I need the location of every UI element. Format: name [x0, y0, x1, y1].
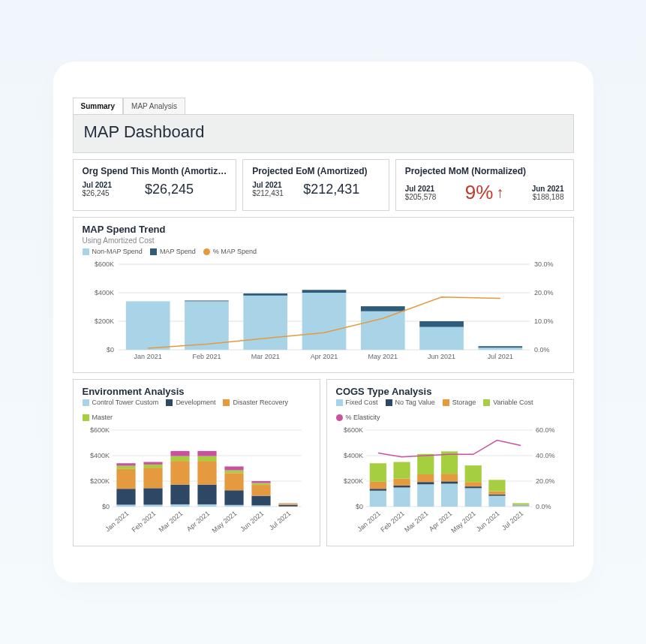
- swatch-icon: [83, 248, 89, 255]
- svg-rect-12: [125, 301, 170, 350]
- svg-rect-49: [143, 468, 162, 488]
- kpi-right-value: $188,188: [503, 193, 563, 201]
- svg-rect-68: [224, 471, 243, 474]
- svg-rect-79: [278, 504, 297, 505]
- legend-dev: Development: [166, 399, 215, 406]
- svg-text:60.0%: 60.0%: [536, 426, 555, 434]
- kpi-projected-eom: Projected EoM (Amortized) Jul 2021 $212,…: [242, 159, 389, 211]
- svg-text:Apr 2021: Apr 2021: [185, 510, 210, 533]
- svg-rect-108: [417, 454, 434, 474]
- legend-ct: Control Tower Custom: [83, 399, 159, 406]
- kpi-change-value: 9%: [465, 181, 494, 204]
- panel-legend: Control Tower Custom Development Disaste…: [83, 399, 311, 421]
- panel-title: MAP Spend Trend: [83, 224, 564, 235]
- svg-rect-121: [488, 495, 505, 496]
- kpi-period: Jul 2021: [252, 181, 284, 189]
- svg-rect-47: [143, 504, 162, 507]
- legend-notag: No Tag Value: [386, 399, 435, 406]
- svg-rect-78: [278, 505, 297, 507]
- svg-text:Mar 2021: Mar 2021: [251, 353, 279, 360]
- svg-rect-24: [360, 311, 404, 350]
- chart-cogs-type-analysis: $0$200K$400K$600K0.0%20.0%40.0%60.0%Jan …: [336, 426, 564, 538]
- kpi-org-spend: Org Spend This Month (Amortiz… Jul 2021 …: [73, 159, 237, 211]
- panel-cogs-type-analysis: COGS Type Analysis Fixed Cost No Tag Val…: [326, 379, 574, 546]
- swatch-icon: [83, 414, 89, 421]
- svg-rect-98: [369, 463, 386, 482]
- swatch-icon: [203, 248, 210, 255]
- svg-text:Jan 2021: Jan 2021: [104, 510, 130, 533]
- svg-rect-110: [440, 483, 457, 507]
- chart-map-spend-trend: $0$200K$400K$600K0.0%10.0%20.0%30.0%Jan …: [83, 260, 564, 365]
- svg-rect-43: [116, 469, 135, 489]
- kpi-title: Org Spend This Month (Amortiz…: [83, 166, 227, 176]
- svg-text:Feb 2021: Feb 2021: [130, 510, 157, 534]
- svg-text:30.0%: 30.0%: [534, 260, 554, 268]
- kpi-right-period: Jun 2021: [503, 185, 563, 193]
- svg-rect-67: [224, 473, 243, 490]
- svg-text:$600K: $600K: [94, 260, 113, 268]
- swatch-icon: [83, 399, 89, 406]
- svg-rect-111: [440, 481, 457, 483]
- svg-rect-65: [224, 505, 243, 507]
- svg-rect-120: [488, 496, 505, 507]
- svg-text:Jun 2021: Jun 2021: [428, 353, 455, 360]
- svg-text:May 2021: May 2021: [368, 353, 398, 360]
- panel-subtitle: Using Amortized Cost: [83, 236, 564, 245]
- svg-rect-116: [464, 486, 481, 488]
- svg-rect-106: [417, 482, 434, 484]
- svg-rect-28: [419, 321, 464, 327]
- dashboard-header: MAP Dashboard: [73, 114, 574, 153]
- svg-text:Jan 2021: Jan 2021: [134, 353, 161, 360]
- svg-text:$400K: $400K: [89, 452, 109, 459]
- svg-text:Apr 2021: Apr 2021: [310, 353, 338, 360]
- svg-text:10.0%: 10.0%: [534, 317, 554, 325]
- svg-rect-117: [464, 482, 481, 486]
- svg-rect-42: [116, 489, 135, 504]
- page-title: MAP Dashboard: [84, 122, 563, 142]
- kpi-value-small: $212,431: [252, 189, 284, 197]
- dashboard-frame: Summary MAP Analysis MAP Dashboard Org S…: [53, 62, 593, 582]
- tab-map-analysis[interactable]: MAP Analysis: [123, 98, 185, 114]
- swatch-icon: [483, 399, 490, 406]
- svg-text:0.0%: 0.0%: [534, 346, 550, 354]
- svg-rect-115: [464, 488, 481, 507]
- svg-text:Jun 2021: Jun 2021: [239, 510, 265, 533]
- svg-rect-51: [143, 462, 162, 465]
- svg-text:Jan 2021: Jan 2021: [356, 510, 382, 533]
- kpi-left-period: Jul 2021: [405, 185, 465, 193]
- svg-text:20.0%: 20.0%: [534, 289, 554, 296]
- svg-rect-45: [116, 463, 135, 465]
- svg-text:Mar 2021: Mar 2021: [157, 510, 184, 534]
- svg-rect-25: [360, 306, 404, 311]
- panel-legend: Non-MAP Spend MAP Spend % MAP Spend: [83, 248, 564, 255]
- svg-rect-59: [197, 504, 216, 507]
- panel-map-spend-trend: MAP Spend Trend Using Amortized Cost Non…: [73, 217, 574, 373]
- panel-title: Environment Analysis: [83, 386, 311, 397]
- svg-text:Jul 2021: Jul 2021: [500, 510, 524, 532]
- svg-rect-128: [512, 503, 529, 504]
- legend-fixed: Fixed Cost: [336, 399, 378, 406]
- tab-summary[interactable]: Summary: [73, 98, 124, 114]
- svg-text:20.0%: 20.0%: [536, 477, 555, 485]
- svg-rect-18: [243, 296, 287, 350]
- legend-elas: % Elasticity: [336, 414, 380, 421]
- svg-rect-54: [170, 485, 189, 504]
- svg-rect-107: [417, 474, 434, 482]
- svg-rect-73: [251, 485, 270, 495]
- svg-rect-22: [302, 290, 346, 293]
- svg-rect-48: [143, 488, 162, 504]
- svg-rect-127: [512, 504, 529, 505]
- kpi-value-big: $212,431: [284, 182, 380, 197]
- svg-rect-44: [116, 466, 135, 469]
- svg-text:$200K: $200K: [94, 317, 113, 325]
- svg-rect-102: [393, 479, 410, 486]
- svg-rect-80: [278, 504, 297, 504]
- legend-storage: Storage: [443, 399, 476, 406]
- legend-nonmap: Non-MAP Spend: [83, 248, 143, 255]
- svg-rect-63: [197, 451, 216, 456]
- svg-rect-60: [197, 485, 216, 504]
- svg-rect-31: [478, 346, 522, 348]
- kpi-value-small: $26,245: [83, 189, 112, 197]
- svg-text:Jun 2021: Jun 2021: [474, 510, 500, 533]
- svg-rect-101: [393, 486, 410, 488]
